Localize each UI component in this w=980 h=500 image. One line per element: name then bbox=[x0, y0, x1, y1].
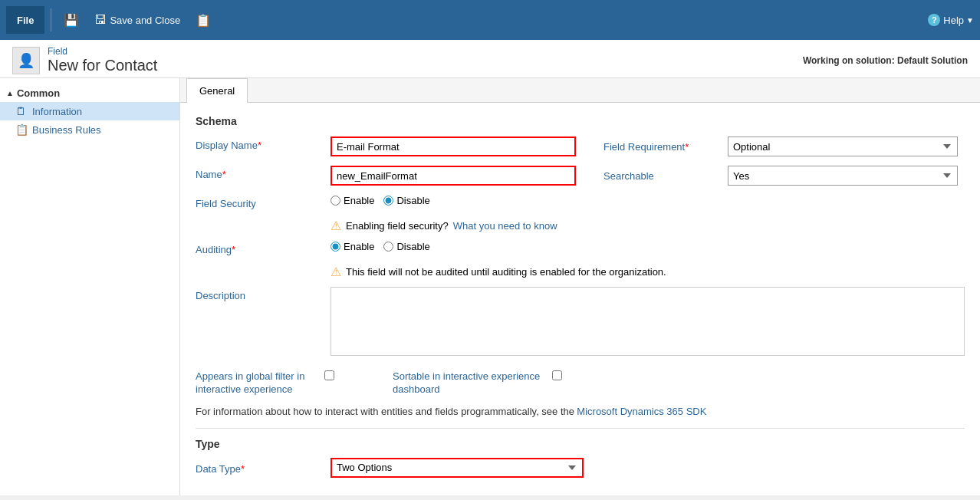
name-label: Name* bbox=[196, 166, 318, 180]
save-close-button[interactable]: 🖫 Save and Close bbox=[88, 10, 186, 30]
field-security-disable-radio[interactable]: Disable bbox=[383, 195, 429, 206]
auditing-disable-radio[interactable]: Disable bbox=[383, 241, 429, 252]
tab-general-label: General bbox=[199, 85, 235, 97]
header-left: 👤 Field New for Contact bbox=[12, 46, 157, 74]
sidebar-item-information[interactable]: 🗒 Information bbox=[0, 102, 179, 120]
auditing-row: Auditing* Enable Disable bbox=[196, 241, 965, 255]
field-security-label: Field Security bbox=[196, 195, 318, 209]
sortable-group: Sortable in interactive experience dashb… bbox=[393, 367, 562, 396]
field-security-disable-label: Disable bbox=[396, 195, 429, 206]
sortable-checkbox[interactable] bbox=[552, 370, 562, 380]
description-row: Description bbox=[196, 287, 965, 358]
appears-global-label: Appears in global filter in interactive … bbox=[196, 367, 318, 396]
help-dropdown-icon: ▼ bbox=[966, 16, 974, 25]
searchable-select[interactable]: Yes No bbox=[728, 166, 958, 186]
page-title: New for Contact bbox=[48, 57, 157, 74]
warning-icon: ⚠ bbox=[331, 219, 341, 233]
display-name-input[interactable] bbox=[331, 137, 576, 156]
sidebar-section-common[interactable]: ▲ Common bbox=[0, 84, 179, 102]
sortable-label: Sortable in interactive experience dashb… bbox=[393, 367, 546, 396]
main-layout: ▲ Common 🗒 Information 📋 Business Rules … bbox=[0, 78, 980, 495]
field-security-link[interactable]: What you need to know bbox=[453, 220, 557, 232]
display-name-row: Display Name* Field Requirement* Optiona… bbox=[196, 137, 965, 156]
checkboxes-row: Appears in global filter in interactive … bbox=[196, 367, 965, 396]
save-close-label: Save and Close bbox=[110, 15, 180, 26]
sidebar: ▲ Common 🗒 Information 📋 Business Rules bbox=[0, 78, 180, 495]
sidebar-item-information-label: Information bbox=[32, 106, 82, 117]
appears-global-checkbox[interactable] bbox=[324, 370, 334, 380]
help-label: Help bbox=[943, 15, 964, 26]
breadcrumb: Field bbox=[48, 46, 157, 57]
field-security-enable-input[interactable] bbox=[331, 196, 340, 206]
auditing-label: Auditing* bbox=[196, 241, 318, 255]
auditing-disable-input[interactable] bbox=[383, 242, 393, 252]
schema-section-title: Schema bbox=[196, 115, 965, 127]
field-security-radio-group: Enable Disable bbox=[331, 195, 430, 206]
tab-bar: General bbox=[180, 78, 980, 103]
toolbar: File 💾 🖫 Save and Close 📋 ? Help ▼ bbox=[0, 0, 980, 40]
description-field-wrapper bbox=[331, 287, 965, 358]
data-type-row: Data Type* Two Options Single Line of Te… bbox=[196, 458, 965, 478]
sidebar-item-business-rules[interactable]: 📋 Business Rules bbox=[0, 120, 179, 139]
searchable-group: Searchable Yes No bbox=[603, 166, 958, 186]
auditing-enable-input[interactable] bbox=[331, 242, 340, 252]
auditing-radio-group: Enable Disable bbox=[331, 241, 430, 252]
header-title-group: Field New for Contact bbox=[48, 46, 157, 74]
auditing-warning-icon: ⚠ bbox=[331, 265, 341, 279]
display-name-label: Display Name* bbox=[196, 137, 318, 151]
field-security-row: Field Security Enable Disable bbox=[196, 195, 965, 209]
field-security-warning-row: ⚠ Enabling field security? What you need… bbox=[196, 219, 965, 233]
data-type-label: Data Type* bbox=[196, 460, 318, 475]
auditing-enable-radio[interactable]: Enable bbox=[331, 241, 374, 252]
content-area: General Schema Display Name* Field Requi… bbox=[180, 78, 980, 495]
field-requirement-label: Field Requirement* bbox=[603, 141, 719, 153]
save-button[interactable]: 💾 bbox=[58, 10, 85, 31]
field-security-disable-input[interactable] bbox=[383, 196, 393, 206]
auditing-disable-label: Disable bbox=[396, 241, 429, 252]
auditing-warning-row: ⚠ This field will not be audited until a… bbox=[196, 265, 965, 279]
file-button[interactable]: File bbox=[6, 6, 44, 34]
tab-general[interactable]: General bbox=[186, 78, 248, 103]
type-section-title: Type bbox=[196, 438, 965, 450]
appears-global-group: Appears in global filter in interactive … bbox=[196, 367, 334, 396]
working-solution: Working on solution: Default Solution bbox=[803, 55, 968, 66]
save-close-icon: 🖫 bbox=[94, 13, 107, 27]
warning-security-text: Enabling field security? bbox=[346, 220, 449, 232]
form-content: Schema Display Name* Field Requirement* … bbox=[180, 103, 980, 490]
info-text-row: For information about how to interact wi… bbox=[196, 406, 965, 417]
searchable-label: Searchable bbox=[603, 170, 719, 182]
description-textarea[interactable] bbox=[331, 287, 965, 356]
info-icon: 🗒 bbox=[15, 105, 28, 117]
entity-icon: 👤 bbox=[12, 47, 40, 74]
field-security-enable-label: Enable bbox=[344, 195, 374, 206]
field-security-enable-radio[interactable]: Enable bbox=[331, 195, 374, 206]
sidebar-item-business-rules-label: Business Rules bbox=[32, 124, 101, 136]
display-name-required: * bbox=[258, 140, 261, 151]
rules-icon: 📋 bbox=[15, 123, 28, 136]
name-required: * bbox=[222, 169, 226, 180]
toolbar-right: ? Help ▼ bbox=[928, 14, 974, 26]
save-as-button[interactable]: 📋 bbox=[189, 10, 217, 31]
field-requirement-select[interactable]: Optional Business Required Business Reco… bbox=[728, 137, 958, 156]
auditing-warning-text: This field will not be audited until aud… bbox=[346, 266, 666, 278]
help-icon: ? bbox=[928, 14, 940, 26]
sdk-link[interactable]: Microsoft Dynamics 365 SDK bbox=[577, 406, 706, 417]
sidebar-section-label: Common bbox=[17, 87, 60, 99]
help-button[interactable]: Help ▼ bbox=[943, 15, 974, 26]
header: 👤 Field New for Contact Working on solut… bbox=[0, 40, 980, 78]
info-text-content: For information about how to interact wi… bbox=[196, 406, 574, 417]
auditing-enable-label: Enable bbox=[344, 241, 374, 252]
name-input[interactable] bbox=[331, 166, 576, 186]
sidebar-arrow-icon: ▲ bbox=[6, 89, 14, 97]
data-type-select[interactable]: Two Options Single Line of Text Multiple… bbox=[331, 458, 584, 478]
description-label: Description bbox=[196, 287, 318, 301]
name-row: Name* Searchable Yes No bbox=[196, 166, 965, 186]
type-divider bbox=[196, 428, 965, 429]
save-as-icon: 📋 bbox=[196, 13, 211, 28]
field-requirement-group: Field Requirement* Optional Business Req… bbox=[603, 137, 958, 156]
toolbar-separator bbox=[51, 8, 51, 31]
save-icon: 💾 bbox=[64, 13, 79, 28]
